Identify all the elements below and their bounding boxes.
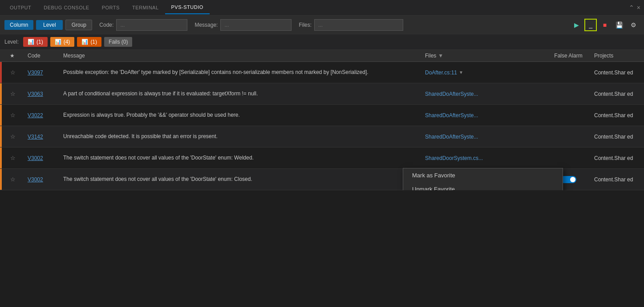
code-input[interactable]: [116, 19, 187, 31]
tab-output[interactable]: OUTPUT: [4, 1, 37, 14]
row-files[interactable]: DoAfter.cs:11 ▼: [421, 62, 546, 83]
maximize-icon[interactable]: ⌃: [629, 4, 634, 11]
info-icon: 📊: [81, 39, 88, 45]
export-button[interactable]: 💾: [613, 19, 625, 31]
level-warning-button[interactable]: 📊 (4): [50, 37, 75, 47]
warning-icon: 📊: [55, 39, 61, 45]
toolbar-right: ▶ ⎯ ■ 💾 ⚙: [570, 19, 640, 31]
level-fails-button[interactable]: Fails (0): [104, 37, 132, 47]
header-star: ★: [0, 53, 24, 59]
error-icon: 📊: [28, 39, 34, 45]
level-button[interactable]: Level: [36, 20, 63, 30]
row-project: Content.Shar ed: [591, 105, 644, 126]
sort-icon: ▼: [438, 53, 443, 59]
row-project: Content.Shar ed: [591, 147, 644, 168]
header-projects: Projects: [591, 53, 644, 59]
row-false-alarm: [546, 105, 591, 126]
context-menu-item-label: Mark as Favorite: [412, 172, 455, 179]
row-favorite-star[interactable]: ☆: [2, 147, 24, 168]
stop-button[interactable]: ■: [599, 19, 611, 31]
toolbar: Column Level Group Code: Message: Files:…: [0, 16, 644, 34]
column-button[interactable]: Column: [4, 20, 33, 30]
row-code[interactable]: V3097: [24, 62, 60, 83]
row-false-alarm: [546, 147, 591, 168]
tab-pvs-studio[interactable]: PVS-STUDIO: [165, 1, 210, 14]
row-false-alarm: [546, 126, 591, 147]
row-favorite-star[interactable]: ☆: [2, 126, 24, 147]
row-favorite-star[interactable]: ☆: [2, 83, 24, 104]
row-project: Content.Shar ed: [591, 62, 644, 83]
level-label: Level:: [4, 39, 19, 45]
table-row: ☆ V3002 The switch statement does not co…: [0, 147, 644, 169]
table-container: ★ Code Message Files ▼ False Alarm Proje…: [0, 50, 644, 190]
row-code[interactable]: V3002: [24, 169, 60, 190]
level-error-button[interactable]: 📊 (1): [23, 37, 48, 47]
row-message: Unreachable code detected. It is possibl…: [60, 126, 421, 147]
table-row: ☆ V3022 Expression is always true. Proba…: [0, 105, 644, 126]
tab-terminal[interactable]: TERMINAL: [126, 1, 165, 14]
tab-bar: OUTPUT DEBUG CONSOLE PORTS TERMINAL PVS-…: [0, 0, 644, 16]
table-row: ☆ V3142 Unreachable code detected. It is…: [0, 126, 644, 147]
tab-debug-console[interactable]: DEBUG CONSOLE: [37, 1, 95, 14]
context-menu-item-0[interactable]: Mark as Favorite: [403, 168, 563, 182]
level-info-button[interactable]: 📊 (1): [77, 37, 101, 47]
context-menu-item-label: Unmark Favorite: [412, 186, 455, 190]
code-label: Code:: [99, 22, 113, 28]
table-header: ★ Code Message Files ▼ False Alarm Proje…: [0, 50, 644, 62]
row-favorite-star[interactable]: ☆: [2, 105, 24, 126]
level-bar: Level: 📊 (1) 📊 (4) 📊 (1) Fails (0): [0, 34, 644, 50]
row-favorite-star[interactable]: ☆: [2, 62, 24, 83]
row-files[interactable]: SharedDoorSystem.cs...: [421, 147, 546, 168]
header-false-alarm: False Alarm: [546, 53, 591, 59]
row-project: Content.Shar ed: [591, 83, 644, 104]
row-code[interactable]: V3063: [24, 83, 60, 104]
group-button[interactable]: Group: [65, 20, 92, 30]
message-label: Message:: [194, 22, 218, 28]
header-files[interactable]: Files ▼: [421, 53, 546, 59]
close-icon[interactable]: ×: [637, 4, 640, 11]
row-message: A part of conditional expression is alwa…: [60, 83, 421, 104]
files-label: Files:: [299, 22, 312, 28]
row-project: Content.Shar ed: [591, 169, 644, 190]
files-dropdown-icon[interactable]: ▼: [459, 70, 463, 75]
tab-window-controls: ⌃ ×: [629, 4, 640, 11]
tab-ports[interactable]: PORTS: [96, 1, 126, 14]
run-button[interactable]: ▶: [570, 19, 583, 31]
row-message: The switch statement does not cover all …: [60, 147, 421, 168]
row-favorite-star[interactable]: ☆: [2, 169, 24, 190]
message-input[interactable]: [220, 19, 292, 31]
row-message: The switch statement does not cover all …: [60, 169, 421, 190]
header-message: Message: [60, 53, 421, 59]
context-menu: Mark as FavoriteUnmark FavoriteMark as F…: [403, 168, 563, 190]
row-false-alarm: [546, 62, 591, 83]
row-false-alarm: [546, 83, 591, 104]
row-code[interactable]: V3142: [24, 126, 60, 147]
error-count: (1): [36, 39, 43, 45]
row-files[interactable]: SharedDoAfterSyste...: [421, 105, 546, 126]
row-code[interactable]: V3002: [24, 147, 60, 168]
row-message: Possible exception: the 'DoAfter' type m…: [60, 62, 421, 83]
info-count: (1): [90, 39, 97, 45]
warning-count: (4): [64, 39, 70, 45]
table-row: ☆ V3063 A part of conditional expression…: [0, 83, 644, 105]
files-input[interactable]: [314, 19, 403, 31]
header-code[interactable]: Code: [24, 53, 60, 59]
row-project: Content.Shar ed: [591, 126, 644, 147]
row-files[interactable]: SharedDoAfterSyste...: [421, 126, 546, 147]
row-code[interactable]: V3022: [24, 105, 60, 126]
row-files[interactable]: SharedDoAfterSyste...: [421, 83, 546, 104]
context-menu-item-1[interactable]: Unmark Favorite: [403, 182, 563, 190]
settings-button[interactable]: ⚙: [627, 19, 640, 31]
table-row: ☆ V3097 Possible exception: the 'DoAfter…: [0, 62, 644, 83]
suppress-button[interactable]: ⎯: [584, 19, 597, 31]
row-message: Expression is always true. Probably the …: [60, 105, 421, 126]
